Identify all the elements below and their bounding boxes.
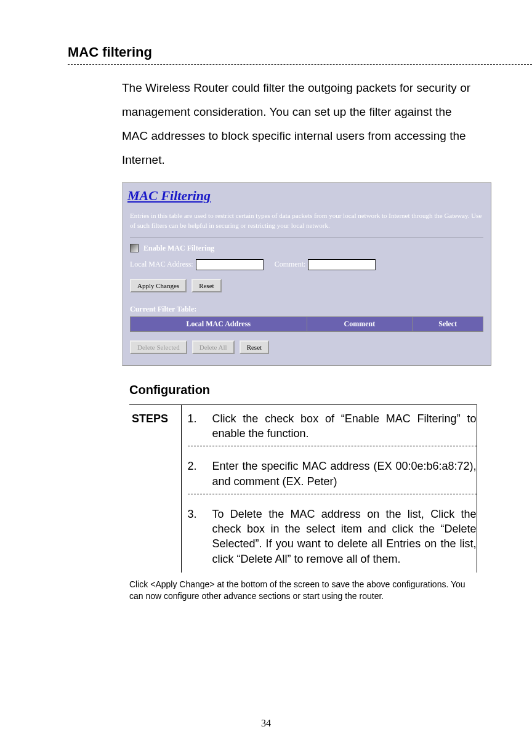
step-divider	[188, 446, 477, 446]
filter-table: Local MAC Address Comment Select	[130, 316, 483, 332]
router-panel-description: Entries in this table are used to restri…	[123, 205, 491, 236]
enable-mac-filtering-checkbox[interactable]	[130, 244, 139, 252]
steps-label: STEPS	[129, 404, 181, 573]
filter-table-col-select: Select	[413, 316, 483, 331]
step-divider	[188, 494, 477, 494]
step-text: Enter the specific MAC address (EX 00:0e…	[212, 459, 477, 489]
local-mac-input[interactable]	[196, 259, 264, 270]
filter-table-caption: Current Filter Table:	[130, 305, 483, 314]
router-divider	[130, 237, 483, 238]
comment-label: Comment:	[275, 260, 306, 269]
comment-input[interactable]	[308, 259, 376, 270]
router-screenshot-panel: MAC Filtering Entries in this table are …	[122, 182, 491, 366]
reset-button[interactable]: Reset	[191, 279, 221, 292]
filter-table-col-comment: Comment	[307, 316, 413, 331]
step-number: 3.	[188, 507, 201, 566]
delete-all-button[interactable]: Delete All	[192, 340, 235, 354]
step-text: Click the check box of “Enable MAC Filte…	[212, 411, 477, 441]
apply-changes-button[interactable]: Apply Changes	[130, 279, 187, 292]
configuration-heading: Configuration	[129, 383, 495, 397]
step-number: 2.	[188, 459, 201, 489]
step-text: To Delete the MAC address on the list, C…	[212, 507, 477, 566]
step-number: 1.	[188, 411, 201, 441]
reset-button-2[interactable]: Reset	[240, 340, 269, 354]
delete-selected-button[interactable]: Delete Selected	[130, 340, 187, 354]
section-title: MAC filtering	[68, 44, 495, 60]
apply-change-note: Click <Apply Change> at the bottom of th…	[129, 579, 478, 602]
filter-table-col-mac: Local MAC Address	[131, 316, 307, 331]
page-number: 34	[0, 718, 532, 729]
router-panel-title: MAC Filtering	[123, 183, 491, 205]
enable-mac-filtering-label: Enable MAC Filtering	[143, 244, 214, 253]
title-underline	[68, 64, 532, 65]
local-mac-label: Local MAC Address:	[130, 260, 193, 269]
intro-paragraph: The Wireless Router could filter the out…	[122, 76, 477, 172]
